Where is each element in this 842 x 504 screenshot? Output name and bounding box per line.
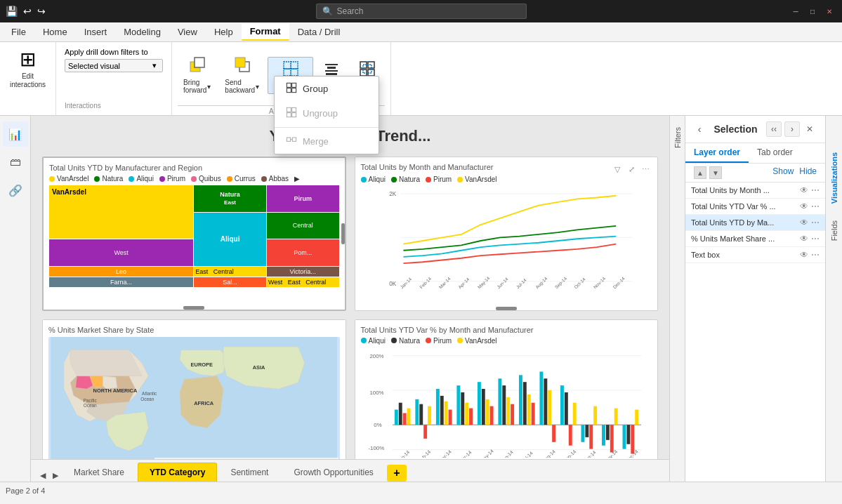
tab-market-share[interactable]: Market Share: [62, 463, 136, 482]
panel-item-2-eye[interactable]: 👁: [800, 218, 808, 227]
svg-rect-93: [485, 399, 489, 425]
menu-bar: File Home Insert Modeling View Help Form…: [0, 22, 842, 42]
chart-map[interactable]: % Units Market Share by State: [42, 319, 346, 459]
svg-rect-80: [419, 404, 423, 425]
resize-handle-right[interactable]: [341, 223, 345, 244]
panel-nav-prev[interactable]: ‹‹: [766, 121, 782, 137]
svg-rect-115: [602, 425, 605, 446]
svg-rect-82: [428, 406, 431, 425]
panel-item-0-eye[interactable]: 👁: [800, 185, 808, 195]
svg-text:0%: 0%: [374, 422, 381, 428]
panel-collapse-button[interactable]: ‹: [694, 124, 705, 135]
panel-item-0-more[interactable]: ⋯: [811, 185, 820, 195]
svg-rect-106: [552, 425, 555, 442]
svg-rect-96: [502, 385, 506, 425]
page-prev-button[interactable]: ◀: [37, 469, 49, 482]
search-bar[interactable]: 🔍 Search: [316, 4, 527, 19]
svg-rect-21: [287, 107, 291, 112]
panel-nav-next[interactable]: ›: [784, 121, 800, 137]
svg-rect-122: [635, 409, 638, 425]
panel-item-0[interactable]: Total Units by Month ... 👁 ⋯: [685, 183, 825, 199]
svg-text:Jun-14: Jun-14: [495, 276, 508, 289]
minimize-button[interactable]: ─: [789, 4, 803, 18]
edge-tab-fields[interactable]: Fields: [827, 212, 841, 249]
svg-text:Ocean: Ocean: [84, 403, 97, 408]
edge-tab-visualizations[interactable]: Visualizations: [827, 144, 841, 212]
left-sidebar: 📊 🗃 🔗: [0, 116, 31, 482]
panel-item-3-eye[interactable]: 👁: [800, 234, 808, 244]
menu-format[interactable]: Format: [242, 23, 289, 41]
tab-ytd-category[interactable]: YTD Category: [138, 463, 217, 482]
save-icon[interactable]: 💾: [6, 6, 18, 17]
group-dropdown-ungroup-label: Ungroup: [303, 108, 338, 119]
panel-item-4-eye[interactable]: 👁: [800, 250, 808, 260]
chart-treemap[interactable]: Total Units YTD by Manufacturer and Regi…: [42, 157, 346, 311]
panel-item-1-eye[interactable]: 👁: [800, 201, 808, 211]
panel-item-1-more[interactable]: ⋯: [811, 201, 820, 211]
group-dropdown-group[interactable]: Group: [275, 77, 379, 101]
dropdown-chevron-icon: ▾: [152, 61, 157, 70]
menu-modeling[interactable]: Modeling: [115, 24, 169, 40]
resize-handle-bottom-line[interactable]: [496, 307, 517, 310]
group-dropdown-merge[interactable]: Merge: [275, 129, 379, 154]
filter-icon[interactable]: ▽: [611, 163, 624, 175]
menu-data-drill[interactable]: Data / Drill: [289, 24, 349, 40]
panel-item-2-label: Total Units YTD by Ma...: [691, 218, 800, 227]
edit-interactions-label[interactable]: Editinteractions: [10, 72, 46, 89]
svg-rect-104: [544, 378, 547, 425]
tab-add-button[interactable]: +: [387, 465, 407, 482]
tab-sentiment[interactable]: Sentiment: [218, 463, 280, 482]
panel-item-1[interactable]: Total Units YTD Var % ... 👁 ⋯: [685, 199, 825, 215]
focus-icon[interactable]: ⤢: [625, 163, 638, 175]
treemap-victoria: Victoria...: [267, 267, 339, 277]
nav-arrows: ‹‹ ›: [766, 121, 800, 137]
chart-line[interactable]: Total Units by Month and Manufacturer ▽ …: [355, 157, 659, 311]
svg-text:Mar-14: Mar-14: [438, 276, 452, 289]
menu-home[interactable]: Home: [34, 24, 76, 40]
page-next-button[interactable]: ▶: [49, 469, 62, 482]
panel-tab-layer-order[interactable]: Layer order: [685, 143, 749, 163]
send-backward-label: Sendbackward ▾: [225, 79, 259, 94]
sidebar-data-icon[interactable]: 🗃: [3, 150, 28, 175]
chart-bar[interactable]: Total Units YTD Var % by Month and Manuf…: [355, 319, 659, 459]
panel-item-2-more[interactable]: ⋯: [811, 218, 820, 227]
svg-rect-114: [593, 406, 597, 425]
treemap-grid: VanArsdel NaturaEast Pirum Central West …: [49, 185, 339, 287]
sidebar-reports-icon[interactable]: 📊: [3, 121, 28, 147]
maximize-button[interactable]: □: [805, 4, 820, 18]
sidebar-model-icon[interactable]: 🔗: [3, 178, 28, 203]
bring-forward-button[interactable]: Bringforward ▾: [178, 53, 216, 97]
group-dropdown-group-icon: [286, 82, 297, 95]
group-dropdown-ungroup[interactable]: Ungroup: [275, 101, 379, 126]
drill-section: Apply drill down filters to Selected vis…: [56, 42, 172, 115]
panel-tab-tab-order[interactable]: Tab order: [749, 143, 801, 163]
panel-item-2[interactable]: Total Units YTD by Ma... 👁 ⋯: [685, 215, 825, 231]
panel-item-3[interactable]: % Units Market Share ... 👁 ⋯: [685, 231, 825, 247]
show-all-button[interactable]: Show: [772, 166, 794, 179]
hide-all-button[interactable]: Hide: [799, 166, 817, 179]
svg-text:Apr-14: Apr-14: [459, 449, 473, 458]
panel-item-4[interactable]: Text box 👁 ⋯: [685, 247, 825, 263]
menu-help[interactable]: Help: [206, 24, 242, 40]
panel-item-4-more[interactable]: ⋯: [811, 250, 820, 260]
drill-dropdown[interactable]: Selected visual ▾: [65, 59, 163, 72]
status-bar: Page 2 of 4: [0, 482, 842, 498]
layer-up-button[interactable]: ▲: [694, 166, 706, 179]
panel-close-button[interactable]: ✕: [803, 122, 817, 136]
up-down-controls: ▲ ▼: [694, 166, 722, 179]
close-button[interactable]: ✕: [822, 4, 836, 18]
menu-view[interactable]: View: [169, 24, 206, 40]
menu-file[interactable]: File: [3, 24, 34, 40]
svg-rect-98: [511, 404, 514, 425]
more-icon[interactable]: ⋯: [639, 163, 652, 175]
tab-growth-opportunities[interactable]: Growth Opportunities: [282, 463, 385, 482]
svg-text:2K: 2K: [389, 191, 397, 197]
redo-icon[interactable]: ↪: [37, 6, 46, 17]
filters-label[interactable]: Filters: [671, 121, 685, 154]
panel-item-3-more[interactable]: ⋯: [811, 234, 820, 244]
send-backward-button[interactable]: Sendbackward ▾: [219, 53, 265, 97]
menu-insert[interactable]: Insert: [76, 24, 116, 40]
resize-handle-bottom[interactable]: [183, 306, 204, 310]
layer-down-button[interactable]: ▼: [709, 166, 722, 179]
undo-icon[interactable]: ↩: [23, 6, 32, 17]
